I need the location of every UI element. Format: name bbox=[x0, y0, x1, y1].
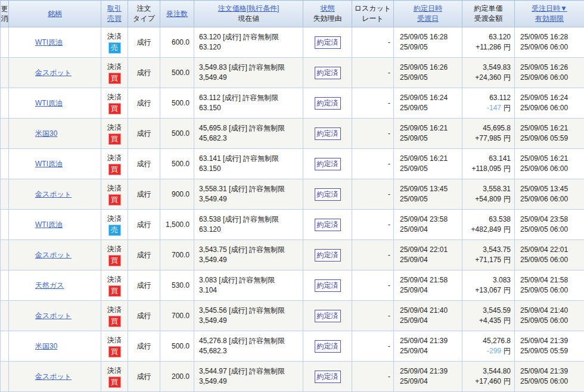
cell-exec-price-amount: 63.112 -147円 bbox=[462, 88, 515, 119]
cell-quantity: 500.0 bbox=[160, 149, 194, 179]
cell-action bbox=[1, 119, 9, 149]
cell-trade: 決済 売 bbox=[101, 27, 128, 58]
amount-unit: 円 bbox=[504, 286, 511, 294]
cell-status: 約定済 bbox=[303, 58, 352, 88]
cell-exec-datetime: 25/09/04 23:58 25/09/04 bbox=[394, 210, 462, 240]
cell-exec-price-amount: 45,695.8 +77,985円 bbox=[462, 119, 515, 149]
delivery-date: 25/09/04 bbox=[400, 255, 462, 265]
cell-trade: 決済 買 bbox=[101, 58, 128, 88]
status-badge: 約定済 bbox=[315, 67, 341, 79]
table-row: 金スポット 決済 買 成行 500.0 3,549.83 [成行] 許容無制限 … bbox=[1, 58, 584, 88]
order-price-condition: 63.538 [成行] 許容無制限 bbox=[199, 214, 303, 225]
header-symbol-sort-link[interactable]: 銘柄 bbox=[48, 9, 62, 19]
trade-kind-label: 決済 bbox=[101, 153, 128, 163]
trade-kind-label: 決済 bbox=[101, 62, 128, 71]
cell-price: 3.083 [成行] 許容無制限 3.104 bbox=[194, 270, 303, 301]
exec-unit-price: 63.112 bbox=[462, 93, 511, 103]
cell-status: 約定済 bbox=[303, 210, 352, 240]
exec-unit-price: 45,695.8 bbox=[462, 123, 511, 133]
delivery-amount: -147円 bbox=[462, 103, 511, 113]
table-row: WTI原油 決済 買 成行 500.0 63.141 [成行] 許容無制限 63… bbox=[1, 149, 584, 179]
current-price: 45,682.3 bbox=[199, 133, 303, 144]
side-badge: 買 bbox=[108, 285, 121, 297]
header-trade-sort-link-line2[interactable]: 売買 bbox=[107, 14, 122, 24]
cell-symbol: 米国30 bbox=[9, 119, 101, 149]
exec-datetime: 25/09/04 21:40 bbox=[400, 306, 462, 316]
order-price-condition: 63.141 [成行] 許容無制限 bbox=[199, 154, 303, 164]
delivery-amount: +482,849円 bbox=[462, 225, 511, 235]
expiry-datetime: 25/09/06 05:59 bbox=[520, 133, 584, 144]
cell-trade: 決済 売 bbox=[101, 210, 128, 240]
symbol-link[interactable]: 金スポット bbox=[35, 312, 72, 320]
symbol-link[interactable]: WTI原油 bbox=[35, 160, 63, 168]
header-expiry-sort-link[interactable]: 有効期限 bbox=[535, 14, 564, 24]
order-datetime: 25/09/05 16:28 bbox=[520, 32, 584, 42]
header-delivery-date-sort-link[interactable]: 受渡日 bbox=[417, 14, 439, 24]
symbol-link[interactable]: 金スポット bbox=[35, 251, 72, 259]
delivery-date: 25/09/05 bbox=[400, 164, 462, 174]
trade-kind-label: 決済 bbox=[101, 305, 128, 315]
cell-quantity: 700.0 bbox=[160, 301, 194, 331]
side-badge: 買 bbox=[108, 103, 121, 114]
symbol-link[interactable]: 金スポット bbox=[35, 69, 72, 77]
delivery-amount: +54,809円 bbox=[462, 194, 511, 204]
expiry-datetime: 25/09/05 06:00 bbox=[520, 316, 584, 326]
symbol-link[interactable]: 米国30 bbox=[35, 342, 57, 350]
table-row: 金スポット 決済 買 成行 700.0 3,543.75 [成行] 許容無制限 … bbox=[1, 240, 584, 270]
status-badge: 約定済 bbox=[315, 158, 341, 170]
cell-exec-price-amount: 3,558.31 +54,809円 bbox=[462, 179, 515, 210]
cell-status: 約定済 bbox=[303, 179, 352, 210]
order-price-condition: 3.083 [成行] 許容無制限 bbox=[199, 275, 303, 285]
exec-datetime: 25/09/05 13:45 bbox=[400, 184, 462, 194]
trade-kind-label: 決済 bbox=[101, 92, 128, 102]
cell-order-type: 成行 bbox=[128, 27, 160, 58]
cell-order-datetime: 25/09/05 16:26 25/09/06 06:00 bbox=[515, 58, 584, 88]
table-row: 金スポット 決済 買 成行 700.0 3,545.56 [成行] 許容無制限 … bbox=[1, 301, 584, 331]
current-price: 63.150 bbox=[199, 103, 303, 113]
cell-quantity: 1,500.0 bbox=[160, 210, 194, 240]
header-status-sort-link[interactable]: 状態 bbox=[321, 4, 335, 14]
symbol-link[interactable]: 米国30 bbox=[35, 129, 57, 138]
cell-order-type: 成行 bbox=[128, 301, 160, 331]
cell-exec-price-amount: 63.120 +11,286円 bbox=[462, 27, 515, 58]
symbol-link[interactable]: WTI原油 bbox=[35, 99, 63, 107]
exec-unit-price: 3,544.80 bbox=[462, 366, 511, 377]
delivery-amount: +11,286円 bbox=[462, 42, 511, 52]
header-exec-datetime-sort-link[interactable]: 約定日時 bbox=[414, 4, 442, 14]
cell-action bbox=[1, 27, 9, 58]
symbol-link[interactable]: 金スポット bbox=[35, 190, 72, 198]
cell-order-datetime: 25/09/04 21:39 25/09/05 05:59 bbox=[515, 331, 584, 362]
symbol-link[interactable]: 金スポット bbox=[35, 372, 72, 381]
amount-value: +11,286 bbox=[476, 43, 501, 51]
header-price-sort-link[interactable]: 注文価格[執行条件] bbox=[218, 4, 279, 14]
header-trade-sort-link-line1[interactable]: 取引 bbox=[107, 4, 122, 14]
table-row: WTI原油 決済 売 成行 1,500.0 63.538 [成行] 許容無制限 … bbox=[1, 210, 584, 240]
cell-losscut-rate: - bbox=[352, 58, 394, 88]
order-datetime: 25/09/05 16:26 bbox=[520, 63, 584, 73]
header-order-datetime-sort-link[interactable]: 受注日時▼ bbox=[532, 4, 567, 14]
exec-unit-price: 45,276.8 bbox=[462, 336, 511, 346]
exec-datetime: 25/09/05 16:26 bbox=[400, 63, 462, 73]
symbol-link[interactable]: WTI原油 bbox=[35, 38, 63, 46]
symbol-link[interactable]: WTI原油 bbox=[35, 220, 63, 229]
cell-exec-price-amount: 63.141 +118,095円 bbox=[462, 149, 515, 179]
amount-unit: 円 bbox=[504, 73, 511, 82]
header-quantity: 発注数 bbox=[160, 1, 194, 27]
cell-status: 約定済 bbox=[303, 149, 352, 179]
amount-value: +118,095 bbox=[472, 164, 502, 173]
symbol-link[interactable]: 天然ガス bbox=[35, 281, 64, 290]
delivery-date: 25/09/05 bbox=[400, 73, 462, 83]
amount-unit: 円 bbox=[504, 195, 511, 203]
cell-exec-datetime: 25/09/04 21:40 25/09/04 bbox=[394, 301, 462, 331]
side-badge: 買 bbox=[108, 377, 121, 388]
expiry-datetime: 25/09/05 06:00 bbox=[520, 377, 584, 387]
amount-value: +13,067 bbox=[475, 286, 501, 294]
amount-value: +77,985 bbox=[475, 134, 501, 142]
status-badge: 約定済 bbox=[315, 97, 341, 110]
cell-action bbox=[1, 58, 9, 88]
cell-order-type: 成行 bbox=[128, 149, 160, 179]
cell-status: 約定済 bbox=[303, 331, 352, 362]
cell-trade: 決済 買 bbox=[101, 240, 128, 270]
cell-trade: 決済 買 bbox=[101, 301, 128, 331]
header-quantity-sort-link[interactable]: 発注数 bbox=[166, 9, 188, 19]
